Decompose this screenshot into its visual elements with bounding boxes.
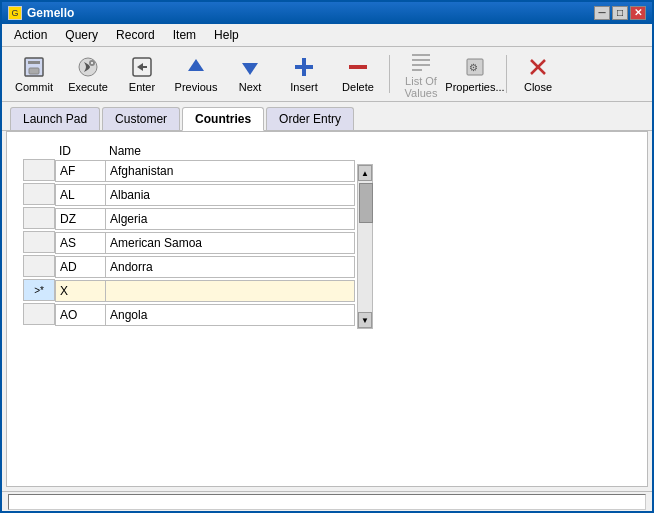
execute-icon	[76, 55, 100, 79]
cell-id: AS	[55, 232, 105, 254]
properties-icon: ⚙	[463, 55, 487, 79]
row-indicator	[23, 231, 55, 253]
previous-icon	[184, 55, 208, 79]
main-window: G Gemello ─ □ ✕ Action Query Record Item…	[0, 0, 654, 513]
delete-icon	[346, 55, 370, 79]
svg-rect-12	[412, 59, 430, 61]
toolbar-separator	[389, 55, 390, 93]
data-table: ID Name AF Afghanistan AL Albania	[23, 144, 631, 329]
insert-button[interactable]: Insert	[278, 52, 330, 96]
enter-button[interactable]: Enter	[116, 52, 168, 96]
svg-text:⚙: ⚙	[469, 62, 478, 73]
row-indicator-active: >*	[23, 279, 55, 301]
window-title: Gemello	[27, 6, 594, 20]
table-row: AO Angola	[23, 303, 355, 326]
delete-label: Delete	[342, 81, 374, 93]
app-icon: G	[8, 6, 22, 20]
previous-label: Previous	[175, 81, 218, 93]
row-indicator	[23, 159, 55, 181]
cell-id-active[interactable]	[55, 280, 105, 302]
svg-rect-11	[412, 54, 430, 56]
scroll-thumb[interactable]	[359, 183, 373, 223]
insert-label: Insert	[290, 81, 318, 93]
cell-name: Angola	[105, 304, 355, 326]
table-row: AL Albania	[23, 183, 355, 206]
commit-label: Commit	[15, 81, 53, 93]
previous-button[interactable]: Previous	[170, 52, 222, 96]
svg-rect-1	[28, 61, 40, 64]
menu-item[interactable]: Item	[165, 26, 204, 44]
row-indicator	[23, 303, 55, 325]
menu-action[interactable]: Action	[6, 26, 55, 44]
scroll-up-button[interactable]: ▲	[358, 165, 372, 181]
menu-query[interactable]: Query	[57, 26, 106, 44]
svg-rect-13	[412, 64, 430, 66]
name-input[interactable]	[110, 284, 350, 298]
properties-label: Properties...	[445, 81, 504, 93]
title-bar-buttons: ─ □ ✕	[594, 6, 646, 20]
cell-id: AL	[55, 184, 105, 206]
cell-name: Albania	[105, 184, 355, 206]
tab-launch-pad[interactable]: Launch Pad	[10, 107, 100, 130]
toolbar: Commit Execute Enter	[2, 47, 652, 102]
next-button[interactable]: Next	[224, 52, 276, 96]
id-input[interactable]	[60, 284, 101, 298]
svg-marker-7	[242, 63, 258, 75]
status-text	[8, 494, 646, 510]
window-close-button[interactable]: ✕	[630, 6, 646, 20]
table-row-active: >*	[23, 279, 355, 302]
cell-name: Afghanistan	[105, 160, 355, 182]
table-row: AD Andorra	[23, 255, 355, 278]
minimize-button[interactable]: ─	[594, 6, 610, 20]
maximize-button[interactable]: □	[612, 6, 628, 20]
column-headers: ID Name	[23, 144, 355, 158]
svg-rect-14	[412, 69, 422, 71]
cell-name-active[interactable]	[105, 280, 355, 302]
close-icon	[526, 55, 550, 79]
delete-button[interactable]: Delete	[332, 52, 384, 96]
execute-button[interactable]: Execute	[62, 52, 114, 96]
table-body: ID Name AF Afghanistan AL Albania	[23, 144, 355, 329]
col-header-id: ID	[55, 144, 105, 158]
row-indicator	[23, 255, 55, 277]
content-area: ID Name AF Afghanistan AL Albania	[6, 131, 648, 487]
commit-icon	[22, 55, 46, 79]
execute-label: Execute	[68, 81, 108, 93]
table-row: AF Afghanistan	[23, 159, 355, 182]
tab-order-entry[interactable]: Order Entry	[266, 107, 354, 130]
close-label: Close	[524, 81, 552, 93]
svg-rect-2	[29, 68, 39, 74]
row-indicator	[23, 207, 55, 229]
next-icon	[238, 55, 262, 79]
title-bar: G Gemello ─ □ ✕	[2, 2, 652, 24]
table-row: AS American Samoa	[23, 231, 355, 254]
cell-name: American Samoa	[105, 232, 355, 254]
commit-button[interactable]: Commit	[8, 52, 60, 96]
table-row: DZ Algeria	[23, 207, 355, 230]
properties-button[interactable]: ⚙ Properties...	[449, 52, 501, 96]
status-bar	[2, 491, 652, 511]
insert-icon	[292, 55, 316, 79]
vertical-scrollbar[interactable]: ▲ ▼	[357, 164, 373, 329]
cell-name: Algeria	[105, 208, 355, 230]
tabs-bar: Launch Pad Customer Countries Order Entr…	[2, 102, 652, 131]
row-indicator	[23, 183, 55, 205]
cell-id: DZ	[55, 208, 105, 230]
cell-id: AF	[55, 160, 105, 182]
list-of-values-icon	[409, 49, 433, 73]
list-of-values-button[interactable]: List Of Values	[395, 52, 447, 96]
toolbar-separator-2	[506, 55, 507, 93]
menu-record[interactable]: Record	[108, 26, 163, 44]
menu-help[interactable]: Help	[206, 26, 247, 44]
svg-marker-6	[188, 59, 204, 71]
cell-name: Andorra	[105, 256, 355, 278]
svg-rect-10	[349, 65, 367, 69]
tab-countries[interactable]: Countries	[182, 107, 264, 131]
svg-rect-9	[295, 65, 313, 69]
tab-customer[interactable]: Customer	[102, 107, 180, 130]
close-button[interactable]: Close	[512, 52, 564, 96]
list-of-values-label: List Of Values	[398, 75, 444, 99]
scroll-track[interactable]	[358, 181, 372, 312]
col-header-name: Name	[105, 144, 355, 158]
scroll-down-button[interactable]: ▼	[358, 312, 372, 328]
